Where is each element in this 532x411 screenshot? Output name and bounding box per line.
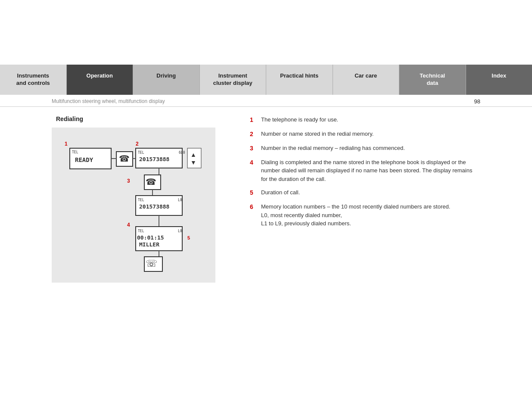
ann-num-6: 6 <box>250 202 257 228</box>
breadcrumb: Multifunction steering wheel, multifunct… <box>0 95 532 107</box>
main-content: Redialing 1 TEL READY ☎ 2 TEL 6L0 201573… <box>0 107 532 291</box>
svg-text:TEL: TEL <box>138 151 144 155</box>
svg-text:L0: L0 <box>178 198 182 202</box>
ann-num-2: 2 <box>250 130 257 139</box>
annotation-6: 6 Memory location numbers – the 10 most … <box>250 202 480 228</box>
svg-text:201573888: 201573888 <box>139 156 170 162</box>
svg-text:TEL: TEL <box>72 150 78 154</box>
right-column: 1 The telephone is ready for use. 2 Numb… <box>250 115 480 283</box>
annotation-3: 3 Number in the redial memory – redialin… <box>250 144 480 153</box>
nav-car-care[interactable]: Car care <box>333 65 400 95</box>
svg-text:4: 4 <box>127 222 130 228</box>
svg-text:▲: ▲ <box>190 151 196 158</box>
nav-instruments[interactable]: Instruments and controls <box>0 65 67 95</box>
nav-index[interactable]: Index <box>466 65 532 95</box>
svg-text:▼: ▼ <box>190 159 196 166</box>
navigation-bar: Instruments and controls Operation Drivi… <box>0 65 532 95</box>
ann-text-4: Dialing is completed and the name stored… <box>261 158 480 184</box>
nav-technical-data[interactable]: Technical data <box>399 65 466 95</box>
svg-text:TEL: TEL <box>138 198 144 202</box>
svg-text:TEL: TEL <box>138 229 144 233</box>
annotation-list: 1 The telephone is ready for use. 2 Numb… <box>250 115 480 228</box>
svg-text:☎: ☎ <box>119 154 130 163</box>
page-number: 98 <box>474 98 480 105</box>
ann-text-1: The telephone is ready for use. <box>261 115 338 125</box>
svg-text:00:01:15: 00:01:15 <box>137 234 164 241</box>
ann-num-1: 1 <box>250 115 257 125</box>
section-title: Redialing <box>52 115 233 122</box>
svg-text:☏: ☏ <box>146 258 158 269</box>
svg-text:2: 2 <box>136 141 139 147</box>
ann-text-6: Memory location numbers – the 10 most re… <box>261 202 450 228</box>
diagram-box: 1 TEL READY ☎ 2 TEL 6L0 201573888 ▲ ▼ <box>52 128 215 283</box>
nav-instrument-cluster[interactable]: Instrument cluster display <box>200 65 267 95</box>
ann-text-5: Duration of call. <box>261 188 300 197</box>
ann-num-4: 4 <box>250 158 257 184</box>
svg-text:1: 1 <box>65 141 68 147</box>
ann-num-5: 5 <box>250 188 257 197</box>
nav-practical-hints[interactable]: Practical hints <box>266 65 333 95</box>
svg-text:5: 5 <box>187 235 190 240</box>
svg-text:READY: READY <box>75 156 93 163</box>
breadcrumb-text: Multifunction steering wheel, multifunct… <box>52 98 165 104</box>
svg-text:6L0: 6L0 <box>179 151 185 155</box>
redialing-diagram: 1 TEL READY ☎ 2 TEL 6L0 201573888 ▲ ▼ <box>60 136 207 278</box>
annotation-2: 2 Number or name stored in the redial me… <box>250 130 480 139</box>
ann-num-3: 3 <box>250 144 257 153</box>
left-column: Redialing 1 TEL READY ☎ 2 TEL 6L0 201573… <box>52 115 233 283</box>
nav-operation[interactable]: Operation <box>67 65 134 95</box>
svg-text:☎: ☎ <box>146 177 156 187</box>
annotation-4: 4 Dialing is completed and the name stor… <box>250 158 480 184</box>
svg-text:3: 3 <box>127 178 130 184</box>
svg-text:201573888: 201573888 <box>139 203 170 210</box>
nav-driving[interactable]: Driving <box>133 65 200 95</box>
ann-text-3: Number in the redial memory – redialing … <box>261 144 405 153</box>
annotation-1: 1 The telephone is ready for use. <box>250 115 480 125</box>
svg-text:L0: L0 <box>178 229 182 233</box>
ann-text-2: Number or name stored in the redial memo… <box>261 130 373 139</box>
annotation-5: 5 Duration of call. <box>250 188 480 197</box>
svg-text:MILLER: MILLER <box>139 241 159 248</box>
